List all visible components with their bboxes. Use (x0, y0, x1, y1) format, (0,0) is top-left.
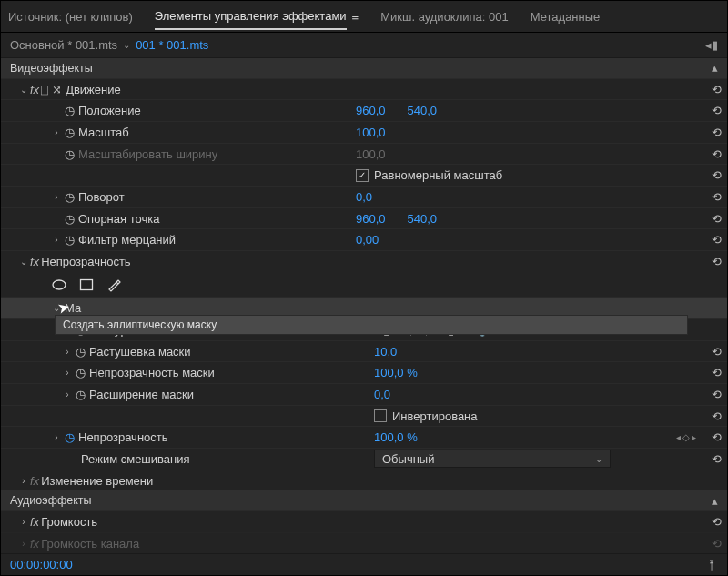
reset-button[interactable]: ⟲ (712, 255, 722, 268)
effect-channel-volume[interactable]: › fx Громкость канала ⟲ (1, 532, 727, 554)
stopwatch-icon[interactable]: ◷ (65, 233, 75, 247)
mask-tools (1, 272, 727, 298)
stopwatch-icon[interactable]: ◷ (76, 345, 86, 359)
effect-motion[interactable]: ⌄ fx ⎕ ⤨ Движение ⟲ (1, 78, 727, 100)
svg-point-0 (53, 280, 66, 289)
stopwatch-icon[interactable]: ◷ (65, 212, 75, 226)
panel-menu-icon[interactable]: ≡ (352, 10, 359, 24)
tab-effects[interactable]: Элементы управления эффектами (155, 4, 347, 30)
stopwatch-icon: ◷ (65, 147, 75, 161)
value[interactable]: 0,0 (374, 388, 390, 401)
stopwatch-icon[interactable]: ◷ (65, 104, 75, 117)
tab-source[interactable]: Источник: (нет клипов) (8, 5, 133, 29)
effect-time-remap[interactable]: › fx Изменение времени (1, 470, 727, 491)
tab-mixer[interactable]: Микш. аудиоклипа: 001 (380, 5, 509, 29)
chevron-right-icon[interactable]: › (50, 432, 63, 442)
blend-mode-dropdown[interactable]: Обычный ⌄ (374, 450, 611, 468)
reset-button[interactable]: ⟲ (712, 212, 722, 226)
stopwatch-icon[interactable]: ◷ (65, 126, 75, 139)
chevron-down-icon[interactable]: ⌄ (123, 40, 130, 50)
value[interactable]: 0,00 (356, 233, 379, 247)
value-x[interactable]: 960,0 (356, 212, 386, 226)
stopwatch-icon[interactable]: ◷ (76, 388, 86, 401)
reset-button[interactable]: ⟲ (712, 147, 722, 161)
collapse-icon[interactable]: ▴ (712, 61, 718, 75)
prop-label: Положение (78, 104, 141, 117)
reset-button[interactable]: ⟲ (712, 430, 722, 444)
reset-button[interactable]: ⟲ (712, 168, 722, 182)
export-icon[interactable]: ⭱ (706, 558, 718, 571)
reset-button[interactable]: ⟲ (712, 345, 722, 359)
reset-button[interactable]: ⟲ (712, 126, 722, 139)
marker-icon[interactable]: ◂▮ (705, 38, 718, 52)
tooltip: Создать эллиптическую маску (55, 315, 688, 335)
fx-icon[interactable]: fx (30, 255, 39, 268)
dropdown-value: Обычный (382, 452, 434, 466)
chevron-down-icon[interactable]: ⌄ (17, 85, 30, 95)
chevron-down-icon[interactable]: ⌄ (50, 303, 63, 313)
value[interactable]: 100,0 (356, 126, 386, 139)
motion-arrows-icon[interactable]: ⤨ (52, 83, 62, 96)
reset-button[interactable]: ⟲ (712, 409, 722, 423)
fx-icon[interactable]: fx (30, 537, 39, 551)
reset-button[interactable]: ⟲ (712, 388, 722, 401)
prop-uniform-scale: ✓ Равномерный масштаб ⟲ (1, 164, 727, 186)
fx-icon[interactable]: fx (30, 474, 39, 488)
value-y[interactable]: 540,0 (408, 104, 438, 117)
prop-label: Непрозрачность (78, 430, 168, 444)
checkbox-invert[interactable] (374, 409, 387, 422)
checkbox-label: Равномерный масштаб (374, 168, 502, 182)
chevron-down-icon[interactable]: ⌄ (17, 257, 30, 267)
value[interactable]: 10,0 (374, 345, 397, 359)
next-keyframe-button[interactable]: ▸ (692, 432, 696, 442)
clip-master[interactable]: Основной * 001.mts (10, 38, 117, 52)
svg-rect-1 (81, 279, 93, 289)
tab-metadata[interactable]: Метаданные (531, 5, 601, 29)
add-keyframe-button[interactable]: ◇ (682, 432, 690, 442)
rectangle-mask-button[interactable] (77, 277, 96, 293)
prop-scale: › ◷ Масштаб 100,0 ⟲ (1, 121, 727, 143)
section-audio-effects: Аудиоэффекты ▴ (1, 490, 727, 510)
pen-mask-button[interactable] (105, 277, 123, 293)
prop-mask-invert: Инвертирована ⟲ (1, 405, 727, 427)
chevron-right-icon[interactable]: › (50, 127, 63, 137)
fx-icon[interactable]: fx (30, 83, 39, 96)
stopwatch-icon[interactable]: ◷ (65, 190, 75, 204)
checkbox-uniform-scale[interactable]: ✓ (356, 169, 369, 182)
section-video-effects: Видеоэффекты ▴ (1, 58, 727, 78)
chevron-right-icon[interactable]: › (50, 192, 63, 202)
reset-button[interactable]: ⟲ (712, 190, 722, 204)
value[interactable]: 0,0 (356, 190, 372, 204)
checkbox-label: Инвертирована (392, 409, 478, 423)
ellipse-mask-button[interactable] (50, 277, 68, 293)
effect-volume[interactable]: › fx Громкость ⟲ (1, 510, 727, 532)
value[interactable]: 100,0 % (374, 366, 418, 379)
chevron-right-icon[interactable]: › (17, 476, 30, 486)
transform-icon[interactable]: ⎕ (41, 83, 48, 96)
reset-button[interactable]: ⟲ (712, 366, 722, 379)
prop-label: Режим смешивания (81, 452, 190, 466)
reset-button[interactable]: ⟲ (712, 104, 722, 117)
reset-button[interactable]: ⟲ (712, 537, 722, 551)
reset-button[interactable]: ⟲ (712, 515, 722, 529)
fx-icon[interactable]: fx (30, 515, 39, 529)
stopwatch-icon[interactable]: ◷ (65, 430, 75, 444)
collapse-icon[interactable]: ▴ (712, 494, 718, 508)
chevron-right-icon[interactable]: › (17, 539, 30, 549)
value-y[interactable]: 540,0 (408, 212, 438, 226)
chevron-right-icon[interactable]: › (17, 517, 30, 527)
reset-button[interactable]: ⟲ (712, 452, 722, 466)
effect-opacity[interactable]: ⌄ fx Непрозрачность ⟲ (1, 250, 727, 272)
reset-button[interactable]: ⟲ (712, 233, 722, 247)
chevron-right-icon[interactable]: › (50, 235, 63, 245)
chevron-right-icon[interactable]: › (61, 389, 74, 399)
clip-sequence[interactable]: 001 * 001.mts (136, 38, 208, 52)
reset-button[interactable]: ⟲ (712, 83, 722, 96)
timecode[interactable]: 00:00:00:00 (10, 558, 73, 571)
value[interactable]: 100,0 % (374, 430, 418, 444)
chevron-right-icon[interactable]: › (61, 347, 74, 357)
prev-keyframe-button[interactable]: ◂ (676, 432, 681, 442)
chevron-right-icon[interactable]: › (61, 368, 74, 378)
value-x[interactable]: 960,0 (356, 104, 386, 117)
stopwatch-icon[interactable]: ◷ (76, 366, 86, 379)
